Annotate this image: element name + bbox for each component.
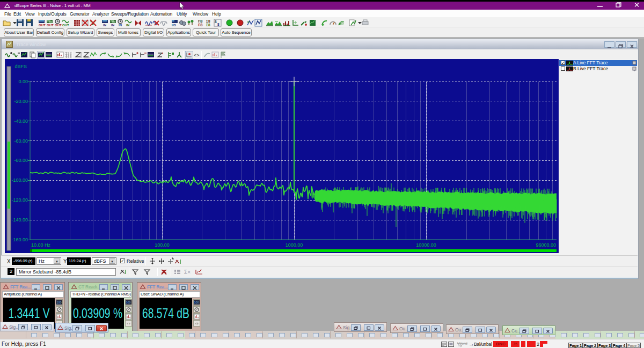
svg-text:IN: IN [119, 24, 122, 27]
svg-text:IN: IN [111, 24, 114, 27]
svg-text:1000.00: 1000.00 [286, 242, 303, 248]
svg-text:100: 100 [126, 301, 131, 304]
svg-text:8: 8 [217, 23, 219, 26]
svg-text:10000.00: 10000.00 [416, 242, 436, 248]
svg-text:Σ8: Σ8 [206, 19, 210, 23]
svg-text:100: 100 [194, 301, 199, 304]
svg-text:100.00: 100.00 [155, 242, 170, 248]
svg-text:-20.00: -20.00 [14, 99, 28, 104]
svg-text:OUT: OUT [39, 24, 46, 27]
svg-text:<>: <> [194, 53, 200, 58]
svg-text:10.00 Hz: 10.00 Hz [31, 242, 51, 248]
svg-text:100: 100 [57, 301, 62, 304]
svg-text:-40.00: -40.00 [14, 119, 28, 124]
svg-text:IN: IN [126, 24, 129, 27]
svg-text:-160.00: -160.00 [11, 237, 28, 242]
svg-text:Π8: Π8 [198, 19, 203, 23]
svg-text:OUT: OUT [62, 24, 69, 27]
svg-text:dBFS: dBFS [14, 64, 27, 69]
svg-text:8: 8 [215, 20, 217, 24]
svg-text:OUT: OUT [47, 24, 54, 27]
svg-text:I/O: I/O [172, 24, 176, 27]
svg-text:-80.00: -80.00 [14, 158, 28, 163]
svg-text:Σ8: Σ8 [206, 23, 210, 27]
svg-text:Σ×: Σ× [184, 269, 191, 275]
svg-text:IN: IN [103, 24, 106, 27]
svg-text:0.00: 0.00 [18, 79, 28, 84]
svg-text:-60.00: -60.00 [14, 138, 28, 144]
svg-text:-120.00: -120.00 [11, 197, 28, 203]
svg-text:-140.00: -140.00 [11, 217, 28, 223]
svg-text:-100.00: -100.00 [11, 177, 28, 183]
svg-text:Π8: Π8 [198, 23, 203, 27]
svg-text:96000.00: 96000.00 [536, 242, 556, 248]
